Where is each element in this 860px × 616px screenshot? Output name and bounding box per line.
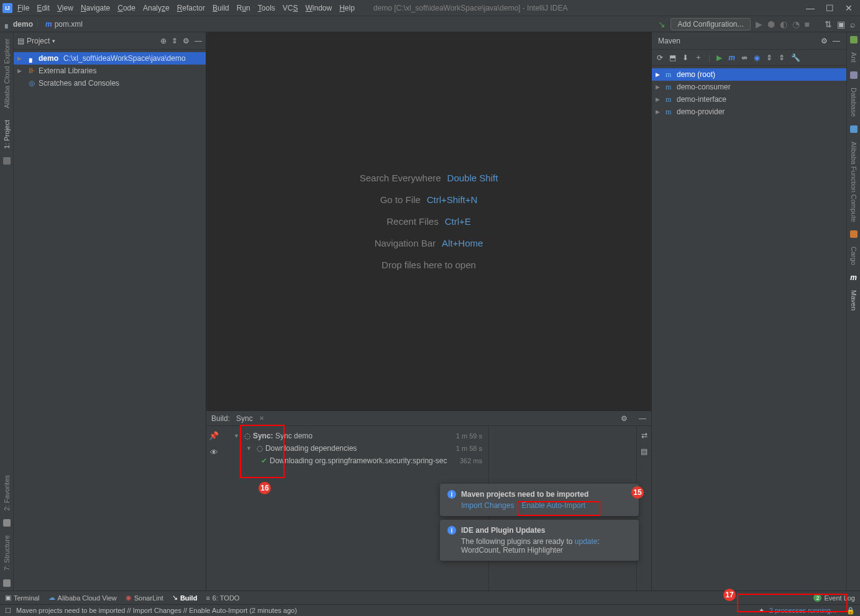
left-tool-strip: Alibaba Cloud Explorer 1: Project 2: Fav… — [0, 32, 14, 591]
build-row[interactable]: ▼ ◌ Sync: Sync demo 1 m 59 s — [224, 430, 486, 442]
run-icon[interactable]: ▶ — [716, 53, 722, 62]
pin-icon[interactable]: 📌 — [209, 431, 219, 440]
maven-icon[interactable]: m — [850, 274, 858, 281]
search-icon[interactable]: ⌕ — [850, 19, 855, 29]
structure-icon[interactable] — [3, 579, 11, 587]
minimize-icon[interactable]: — — [806, 3, 815, 13]
details-icon[interactable]: ▤ — [641, 447, 647, 456]
expand-icon[interactable]: ⇕ — [779, 53, 785, 62]
tool-cloud-explorer[interactable]: Alibaba Cloud Explorer — [3, 36, 11, 111]
chevron-right-icon: ▶ — [656, 71, 663, 78]
tool-build[interactable]: ↘Build — [172, 594, 198, 602]
tool-maven[interactable]: Maven — [850, 288, 858, 313]
hammer-icon: ↘ — [172, 594, 178, 602]
tool-cloud-view[interactable]: ☁Alibaba Cloud View — [48, 594, 117, 602]
hammer-icon[interactable]: ↘ — [658, 19, 666, 29]
tree-scratches[interactable]: ◎ Scratches and Consoles — [14, 77, 206, 89]
run-config-button[interactable]: Add Configuration... — [670, 18, 750, 30]
eye-icon[interactable]: 👁 — [210, 448, 218, 457]
gear-icon[interactable]: ⚙ — [621, 414, 628, 423]
build-row[interactable]: ▼ ◌ Downloading dependencies 1 m 58 s — [224, 442, 486, 455]
menu-window[interactable]: Window — [305, 4, 332, 12]
profile-icon[interactable]: ◔ — [792, 19, 800, 29]
tool-sonarlint[interactable]: ◉SonarLint — [126, 594, 163, 602]
stop-icon[interactable]: ■ — [805, 19, 810, 29]
m-icon[interactable]: m — [728, 53, 735, 62]
maven-item[interactable]: ▶ m demo-provider — [652, 106, 846, 118]
tool-square-icon[interactable] — [3, 157, 11, 165]
menu-edit[interactable]: Edit — [37, 4, 50, 12]
breadcrumb: ▖ demo 〉 m pom.xml — [5, 19, 83, 29]
processes-running[interactable]: 2 processes running... — [769, 607, 836, 614]
crumb-project[interactable]: demo — [13, 20, 33, 29]
menu-analyze[interactable]: Analyze — [143, 4, 170, 12]
menu-refactor[interactable]: Refactor — [177, 4, 205, 12]
menu-tools[interactable]: Tools — [258, 4, 275, 12]
close-tab-icon[interactable]: ✕ — [259, 415, 264, 422]
cargo-icon[interactable] — [850, 230, 858, 238]
update-link[interactable]: update — [575, 537, 598, 546]
star-icon[interactable] — [3, 519, 11, 527]
tool-cargo[interactable]: Cargo — [850, 244, 858, 268]
maven-item[interactable]: ▶ m demo-consumer — [652, 81, 846, 93]
download-icon[interactable]: ⬇ — [682, 53, 688, 62]
tool-event-log[interactable]: 2Event Log — [813, 594, 855, 602]
maximize-icon[interactable]: ☐ — [826, 3, 834, 13]
tree-ext-libs[interactable]: ▶ ⊪ External Libraries — [14, 65, 206, 77]
tool-ant[interactable]: Ant — [850, 50, 858, 65]
coverage-icon[interactable]: ◐ — [780, 19, 787, 29]
toggle-icon[interactable]: ⇄ — [641, 431, 647, 440]
lock-icon[interactable]: 🔒 — [846, 607, 855, 615]
refresh-icon[interactable]: ⟳ — [657, 53, 663, 62]
hide-icon[interactable]: — — [833, 37, 840, 45]
status-icon[interactable]: ☐ — [5, 607, 11, 615]
generate-sources-icon[interactable]: ⬒ — [669, 53, 676, 62]
menu-file[interactable]: File — [17, 4, 29, 12]
add-icon[interactable]: ＋ — [695, 52, 702, 63]
hide-icon[interactable]: — — [194, 37, 202, 45]
gear-icon[interactable]: ⚙ — [183, 37, 190, 45]
wrench-icon[interactable]: 🔧 — [791, 53, 800, 62]
menu-help[interactable]: Help — [339, 4, 355, 12]
function-icon[interactable] — [850, 125, 858, 133]
menu-run[interactable]: Run — [237, 4, 250, 12]
layout-icon[interactable]: ▣ — [837, 19, 845, 29]
maven-item[interactable]: ▶ m demo (root) — [652, 68, 846, 81]
menu-build[interactable]: Build — [213, 4, 229, 12]
build-tab-sync[interactable]: Sync — [236, 414, 253, 423]
tool-function-compute[interactable]: Alibaba Function Compute — [850, 139, 858, 225]
enable-auto-import-link[interactable]: Enable Auto-Import — [521, 501, 585, 510]
menu-code[interactable]: Code — [117, 4, 135, 12]
collapse-icon[interactable]: ⇕ — [766, 53, 772, 62]
tool-favorites[interactable]: 2: Favorites — [3, 473, 11, 513]
tree-root[interactable]: ▶ ▖ demo C:\xl_soft\ideaWorkSpace\java\d… — [14, 52, 206, 65]
vcs-icon[interactable]: ⇅ — [825, 19, 832, 29]
import-changes-link[interactable]: Import Changes — [461, 501, 514, 510]
hide-icon[interactable]: — — [639, 414, 646, 423]
gear-icon[interactable]: ⚙ — [821, 37, 828, 45]
maven-item[interactable]: ▶ m demo-interface — [652, 93, 846, 106]
tool-todo[interactable]: ≡6: TODO — [206, 594, 239, 602]
build-panel-header: Build: Sync ✕ ⚙ — — [206, 411, 651, 426]
crumb-file[interactable]: pom.xml — [55, 20, 83, 29]
build-row[interactable]: ✔ Downloading org.springframework.securi… — [224, 455, 486, 467]
collapse-icon[interactable]: ⇕ — [172, 37, 178, 45]
maven-panel: Maven ⚙ — ⟳ ⬒ ⬇ ＋ | ▶ m ⇎ ◉ ⇕ ⇕ 🔧 ▶ m de… — [651, 32, 846, 591]
tool-project[interactable]: 1: Project — [3, 117, 11, 151]
debug-icon[interactable]: ⬢ — [767, 19, 775, 29]
project-view-selector[interactable]: ▤ Project ▾ — [17, 37, 55, 45]
tool-terminal[interactable]: ▣Terminal — [5, 594, 40, 602]
reimport-icon[interactable]: ◉ — [754, 53, 760, 62]
menu-view[interactable]: View — [57, 4, 73, 12]
database-icon[interactable] — [850, 71, 858, 79]
annotation-label: 16 — [258, 482, 271, 494]
menu-vcs[interactable]: VCS — [283, 4, 298, 12]
menu-navigate[interactable]: Navigate — [81, 4, 110, 12]
toggle-offline-icon[interactable]: ⇎ — [741, 53, 748, 62]
locate-icon[interactable]: ⊕ — [160, 37, 167, 45]
ant-icon[interactable] — [850, 36, 858, 43]
run-icon[interactable]: ▶ — [756, 19, 762, 29]
tool-structure[interactable]: 7: Structure — [3, 533, 11, 573]
tool-database[interactable]: Database — [850, 85, 858, 119]
close-icon[interactable]: ✕ — [845, 3, 853, 13]
